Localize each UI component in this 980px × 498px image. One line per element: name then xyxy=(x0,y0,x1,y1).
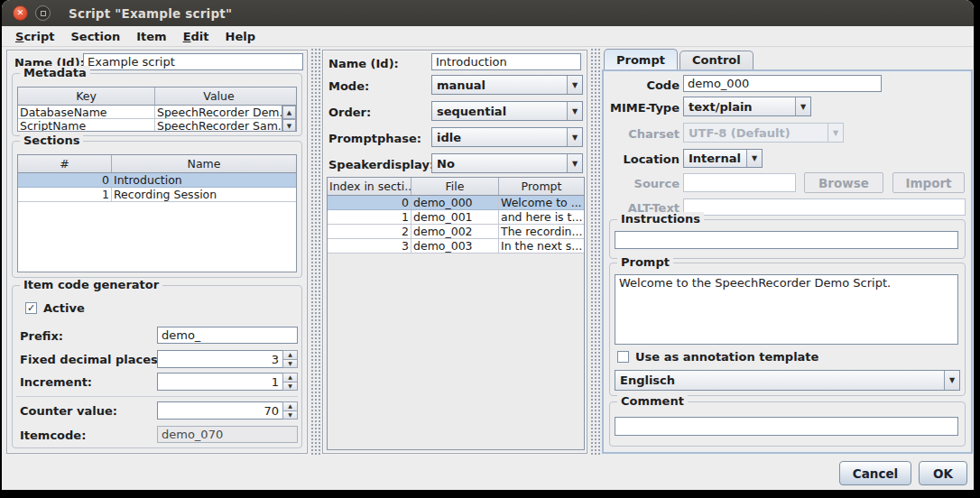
mime-type-select[interactable]: text/plain ▼ xyxy=(683,97,811,116)
items-table[interactable]: Index in secti... File Prompt 0 demo_000… xyxy=(327,177,585,450)
check-icon: ✓ xyxy=(27,303,35,313)
section-name-input[interactable] xyxy=(431,53,581,70)
splitter-handle[interactable] xyxy=(590,48,601,456)
script-name-input[interactable] xyxy=(83,53,303,70)
code-input[interactable] xyxy=(683,75,882,92)
items-table-header: Index in secti... File Prompt xyxy=(328,178,584,196)
mode-select[interactable]: manual ▼ xyxy=(431,75,583,95)
spinner-up-button[interactable]: ▲ xyxy=(282,373,298,383)
sections-col-name: Name xyxy=(112,155,296,172)
metadata-table[interactable]: Key Value DatabaseName SpeechRecorder De… xyxy=(17,87,297,132)
close-button[interactable]: ✕ xyxy=(13,5,28,21)
window-title: Script "Example script" xyxy=(69,6,232,21)
location-select[interactable]: Internal ▼ xyxy=(683,149,763,168)
items-col-prompt: Prompt xyxy=(499,178,584,195)
scroll-down-button[interactable]: ▼ xyxy=(282,119,296,132)
section-index-cell: 0 xyxy=(18,173,112,187)
item-index-cell: 2 xyxy=(328,225,411,238)
metadata-value-cell: SpeechRecorder Sam... xyxy=(155,119,282,132)
ok-button[interactable]: OK xyxy=(919,461,967,485)
section-panel: Name (Id): Mode: manual ▼ Order: sequent… xyxy=(322,50,587,454)
item-prompt-cell: The recordin... xyxy=(499,225,584,238)
active-checkbox[interactable]: ✓ xyxy=(25,302,37,314)
spinner-up-icon: ▲ xyxy=(288,352,292,357)
metadata-col-value: Value xyxy=(155,88,282,105)
metadata-scrollbar[interactable]: ▲ ▼ xyxy=(282,106,296,131)
speakerdisplay-select[interactable]: No ▼ xyxy=(431,153,583,173)
item-row[interactable]: 1 demo_001 and here is t... xyxy=(328,210,584,225)
spinner-down-button[interactable]: ▼ xyxy=(282,360,298,369)
sections-table[interactable]: # Name 0 Introduction 1 Recording Sessio… xyxy=(17,154,297,272)
spinner-down-icon: ▼ xyxy=(288,383,292,389)
chevron-down-icon: ▼ xyxy=(795,97,810,115)
spinner-down-button[interactable]: ▼ xyxy=(282,383,298,392)
title-bar: ✕ Script "Example script" xyxy=(2,0,974,26)
section-row-selected[interactable]: 0 Introduction xyxy=(18,173,296,188)
prompt-textarea[interactable]: Welcome to the SpeechRecorder Demo Scrip… xyxy=(615,274,958,345)
item-index-cell: 1 xyxy=(328,210,411,224)
speakerdisplay-value: No xyxy=(432,157,567,171)
metadata-col-key: Key xyxy=(18,88,155,105)
promptphase-select[interactable]: idle ▼ xyxy=(431,127,583,147)
speakerdisplay-label: Speakerdisplay: xyxy=(328,158,434,171)
charset-select: UTF-8 (Default) ▼ xyxy=(683,123,844,143)
comment-input[interactable] xyxy=(615,417,958,436)
metadata-key-cell: DatabaseName xyxy=(18,106,155,118)
code-label: Code xyxy=(604,78,680,92)
cancel-button[interactable]: Cancel xyxy=(839,461,911,485)
maximize-icon xyxy=(41,11,46,16)
charset-value: UTF-8 (Default) xyxy=(684,126,827,140)
increment-spinner[interactable]: ▲ ▼ xyxy=(157,373,298,391)
counter-value-spinner[interactable]: ▲ ▼ xyxy=(157,401,298,420)
metadata-value-cell: SpeechRecorder Dem... xyxy=(155,106,282,118)
tab-control[interactable]: Control xyxy=(680,51,753,69)
item-file-cell: demo_000 xyxy=(411,196,499,209)
instructions-input[interactable] xyxy=(615,231,958,249)
import-button: Import xyxy=(892,172,965,193)
annotation-template-label: Use as annotation template xyxy=(635,350,818,364)
mime-type-value: text/plain xyxy=(684,100,795,114)
maximize-button[interactable] xyxy=(35,5,51,21)
order-select[interactable]: sequential ▼ xyxy=(431,101,583,121)
spinner-down-button[interactable]: ▼ xyxy=(282,411,298,420)
order-label: Order: xyxy=(328,106,371,119)
metadata-group-title: Metadata xyxy=(20,66,90,79)
scroll-up-button[interactable]: ▲ xyxy=(282,106,296,119)
menu-edit[interactable]: Edit xyxy=(175,28,217,45)
item-index-cell: 3 xyxy=(328,239,411,253)
fixed-decimal-spinner[interactable]: ▲ ▼ xyxy=(157,350,298,368)
counter-value-input[interactable] xyxy=(157,401,282,420)
alt-text-input[interactable] xyxy=(683,198,966,216)
fixed-decimal-input[interactable] xyxy=(157,350,282,368)
prefix-input[interactable] xyxy=(157,327,298,344)
section-row[interactable]: 1 Recording Session xyxy=(18,188,296,202)
chevron-down-icon: ▼ xyxy=(567,76,582,94)
annotation-template-checkbox[interactable] xyxy=(617,351,629,363)
item-row-selected[interactable]: 0 demo_000 Welcome to ... xyxy=(328,196,584,210)
table-row[interactable]: DatabaseName SpeechRecorder Dem... xyxy=(18,106,296,119)
location-value: Internal xyxy=(684,152,746,165)
section-index-cell: 1 xyxy=(18,188,112,201)
language-select[interactable]: Englisch ▼ xyxy=(615,370,960,391)
browse-button: Browse xyxy=(804,172,883,193)
spinner-up-button[interactable]: ▲ xyxy=(282,401,298,411)
spinner-up-button[interactable]: ▲ xyxy=(282,350,298,360)
menu-item[interactable]: Item xyxy=(128,28,174,45)
spinner-up-icon: ▲ xyxy=(288,403,292,409)
menu-help[interactable]: Help xyxy=(217,28,263,45)
sections-table-header: # Name xyxy=(18,155,296,173)
table-row[interactable]: ScriptName SpeechRecorder Sam... xyxy=(18,119,296,132)
menu-script[interactable]: Script xyxy=(7,28,62,45)
menu-section[interactable]: Section xyxy=(62,28,128,45)
item-row[interactable]: 2 demo_002 The recordin... xyxy=(328,225,584,239)
location-label: Location xyxy=(604,152,680,166)
sections-group: Sections # Name 0 Introduction 1 Recordi… xyxy=(12,141,302,278)
sections-col-index: # xyxy=(18,155,112,172)
tab-prompt[interactable]: Prompt xyxy=(604,49,678,69)
splitter-handle[interactable] xyxy=(310,48,321,456)
item-row[interactable]: 3 demo_003 In the next s... xyxy=(328,239,584,254)
fixed-decimal-label: Fixed decimal places: xyxy=(20,353,162,366)
increment-input[interactable] xyxy=(157,373,282,391)
mode-label: Mode: xyxy=(328,79,369,93)
menu-bar: Script Section Item Edit Help xyxy=(2,26,974,47)
